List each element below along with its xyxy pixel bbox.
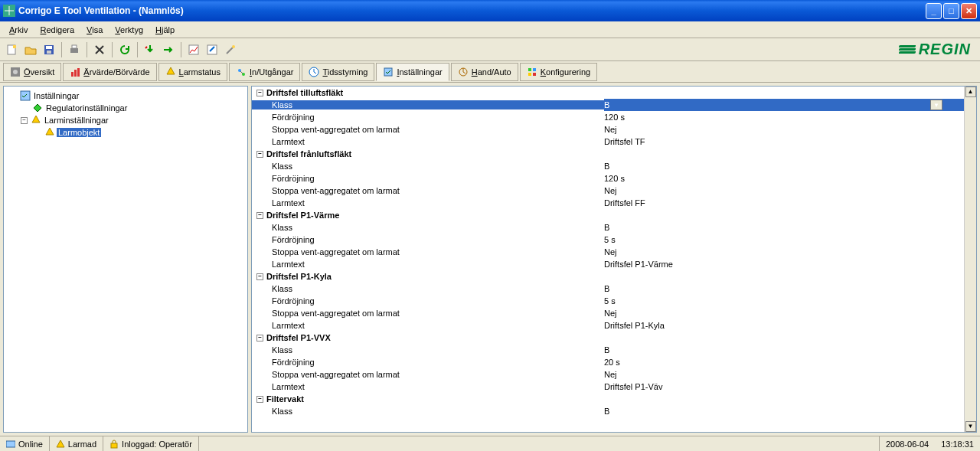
property-value[interactable]: Nej	[604, 309, 964, 318]
collapse-icon[interactable]: −	[256, 396, 263, 403]
property-value[interactable]: Driftsfel P1-Väv	[604, 382, 964, 391]
property-value[interactable]: Nej	[604, 125, 964, 134]
property-row[interactable]: KlassB	[252, 283, 964, 295]
tab-icon	[527, 67, 537, 77]
property-row[interactable]: LarmtextDriftsfel TF	[252, 136, 964, 148]
window-title: Corrigo E Tool Ventilation - (Namnlös)	[18, 5, 926, 16]
tab-konfigurering[interactable]: Konfigurering	[520, 63, 597, 81]
scroll-up-icon[interactable]: ▲	[965, 87, 976, 97]
tab-rvrdebrvrde[interactable]: Ärvärde/Börvärde	[63, 63, 156, 81]
property-value[interactable]: Driftsfel P1-Kyla	[604, 321, 964, 330]
group-header[interactable]: −Driftsfel frånluftsfläkt	[252, 148, 964, 160]
property-value[interactable]: B	[604, 284, 964, 293]
property-value[interactable]: Driftsfel TF	[604, 137, 964, 146]
property-value[interactable]: Nej	[604, 370, 964, 379]
collapse-icon[interactable]: −	[256, 273, 263, 280]
property-row[interactable]: Stoppa vent-aggregatet om larmatNej	[252, 246, 964, 258]
property-row[interactable]: KlassB	[252, 344, 964, 356]
wizard-icon[interactable]	[222, 41, 239, 58]
sync-down-icon[interactable]	[142, 41, 158, 58]
collapse-icon[interactable]: −	[256, 335, 263, 342]
property-row[interactable]: KlassB	[252, 221, 964, 234]
property-row[interactable]: Stoppa vent-aggregatet om larmatNej	[252, 185, 964, 197]
property-row[interactable]: KlassB	[252, 160, 964, 172]
property-row[interactable]: Stoppa vent-aggregatet om larmatNej	[252, 368, 964, 381]
dropdown-icon[interactable]: ▼	[930, 100, 942, 110]
property-row[interactable]: LarmtextDriftsfel P1-Väv	[252, 381, 964, 393]
property-row[interactable]: LarmtextDriftsfel P1-Värme	[252, 258, 964, 270]
property-value[interactable]: 120 s	[604, 174, 964, 183]
property-value[interactable]: B	[604, 407, 964, 416]
property-row[interactable]: KlassB▼	[252, 99, 964, 111]
tab-versikt[interactable]: Översikt	[3, 63, 61, 81]
property-row[interactable]: KlassB	[252, 405, 964, 417]
property-value[interactable]: B	[604, 223, 964, 232]
group-header[interactable]: −Driftsfel P1-Värme	[252, 209, 964, 221]
property-value[interactable]: 120 s	[604, 113, 964, 122]
tab-icon	[236, 67, 247, 77]
svg-rect-13	[71, 72, 74, 77]
property-row[interactable]: Fördröjning120 s	[252, 172, 964, 185]
property-value[interactable]: B	[604, 345, 964, 355]
property-value[interactable]: Nej	[604, 186, 964, 195]
open-icon[interactable]	[22, 41, 39, 58]
chart-icon[interactable]	[185, 41, 202, 58]
property-value[interactable]: 5 s	[604, 235, 964, 244]
property-row[interactable]: Fördröjning5 s	[252, 234, 964, 246]
svg-rect-21	[528, 68, 531, 71]
property-value[interactable]: Driftsfel FF	[604, 198, 964, 208]
sync-right-icon[interactable]	[160, 41, 177, 58]
edit-icon[interactable]	[204, 41, 220, 58]
tab-larmstatus[interactable]: Larmstatus	[158, 63, 227, 81]
group-header[interactable]: −Driftsfel P1-VVX	[252, 332, 964, 344]
delete-icon[interactable]	[91, 41, 108, 58]
group-header[interactable]: −Filtervakt	[252, 393, 964, 405]
collapse-icon[interactable]: −	[256, 151, 263, 158]
property-row[interactable]: Fördröjning120 s	[252, 111, 964, 123]
property-value[interactable]: 20 s	[604, 358, 964, 367]
property-row[interactable]: LarmtextDriftsfel FF	[252, 197, 964, 209]
menu-arkiv[interactable]: Arkiv	[3, 24, 34, 36]
property-value[interactable]: B	[604, 100, 964, 109]
svg-rect-6	[70, 48, 78, 53]
tab-handauto[interactable]: Hand/Auto	[451, 63, 518, 81]
property-row[interactable]: Fördröjning5 s	[252, 295, 964, 307]
property-value[interactable]: Driftsfel P1-Värme	[604, 260, 964, 269]
menu-visa[interactable]: Visa	[80, 24, 109, 36]
property-value[interactable]: 5 s	[604, 296, 964, 306]
minimize-button[interactable]: _	[926, 3, 942, 19]
maximize-button[interactable]: □	[943, 3, 959, 19]
svg-rect-15	[77, 68, 80, 77]
new-icon[interactable]	[4, 41, 21, 58]
property-row[interactable]: Stoppa vent-aggregatet om larmatNej	[252, 123, 964, 136]
tab-tidsstyrning[interactable]: Tidsstyrning	[302, 63, 374, 81]
tree-panel[interactable]: InställningarRegulatorinställningar−Larm…	[3, 86, 248, 433]
tab-inutgngar[interactable]: In/Utgångar	[229, 63, 301, 81]
tree-item[interactable]: Larmobjekt	[7, 126, 244, 139]
save-icon[interactable]	[41, 41, 57, 58]
property-value[interactable]: Nej	[604, 247, 964, 257]
menu-verktyg[interactable]: Verktyg	[109, 24, 149, 36]
menu-redigera[interactable]: Redigera	[34, 24, 80, 36]
tree-label: Inställningar	[32, 91, 80, 100]
collapse-icon[interactable]: −	[256, 90, 263, 96]
property-row[interactable]: LarmtextDriftsfel P1-Kyla	[252, 319, 964, 332]
online-icon	[6, 440, 15, 449]
group-header[interactable]: −Driftsfel tilluftsfläkt	[252, 87, 964, 99]
tree-item[interactable]: −Larminställningar	[7, 114, 244, 126]
menu-hjalp[interactable]: Hjälp	[149, 24, 181, 36]
tree-expander-icon[interactable]: −	[21, 117, 28, 124]
vertical-scrollbar[interactable]: ▲ ▼	[964, 87, 976, 432]
print-icon[interactable]	[66, 41, 83, 58]
collapse-icon[interactable]: −	[256, 212, 263, 219]
tree-item[interactable]: Regulatorinställningar	[7, 102, 244, 114]
scroll-down-icon[interactable]: ▼	[965, 421, 976, 432]
property-row[interactable]: Fördröjning20 s	[252, 356, 964, 368]
tree-item[interactable]: Inställningar	[7, 90, 244, 102]
refresh-icon[interactable]	[116, 41, 133, 58]
tab-instllningar[interactable]: Inställningar	[376, 63, 449, 81]
property-value[interactable]: B	[604, 162, 964, 171]
property-row[interactable]: Stoppa vent-aggregatet om larmatNej	[252, 307, 964, 319]
close-button[interactable]: ✕	[961, 3, 977, 19]
group-header[interactable]: −Driftsfel P1-Kyla	[252, 270, 964, 283]
